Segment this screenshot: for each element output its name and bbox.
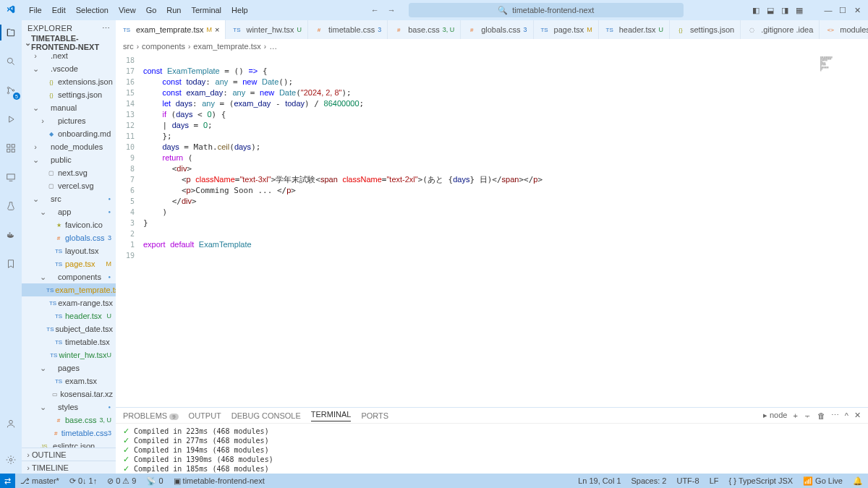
tree-item[interactable]: ⌄manual	[22, 101, 116, 114]
editor-tab[interactable]: #timetable.css3	[308, 20, 388, 39]
eol-status[interactable]: LF	[705, 476, 724, 486]
git-sync[interactable]: ⟳ 0↓ 1↑	[64, 476, 102, 486]
tree-item[interactable]: ◆onboarding.md	[22, 127, 116, 140]
tree-item[interactable]: ★favicon.ico	[22, 218, 116, 231]
tree-item[interactable]: ⌄app●	[22, 205, 116, 218]
menu-edit[interactable]: Edit	[48, 4, 70, 17]
menu-view[interactable]: View	[114, 4, 140, 17]
language-status[interactable]: { } TypeScript JSX	[723, 476, 798, 486]
minimap[interactable]: ███ ██████ ████ ████ █████ ███ █████████…	[817, 53, 868, 407]
timeline-section[interactable]: ›TIMELINE	[22, 461, 116, 474]
layout-left-icon[interactable]: ◧	[751, 5, 761, 15]
window-maximize-icon[interactable]: ☐	[838, 5, 848, 15]
tree-item[interactable]: TSexam_temprate.tsxM	[22, 283, 116, 296]
editor-tab[interactable]: ◌.gitignore .idea	[741, 20, 820, 39]
tree-item[interactable]: ⌄.vscode	[22, 62, 116, 75]
tree-item[interactable]: TStimetable.tsx	[22, 335, 116, 348]
layout-right-icon[interactable]: ◨	[780, 5, 790, 15]
menu-file[interactable]: File	[25, 4, 46, 17]
search-activity-icon[interactable]	[3, 53, 19, 69]
tree-item[interactable]: ⌄src●	[22, 192, 116, 205]
breadcrumb-item[interactable]: src	[123, 42, 134, 51]
tree-item[interactable]: JS.eslintrc.json	[22, 440, 116, 448]
menu-terminal[interactable]: Terminal	[187, 4, 226, 17]
encoding-status[interactable]: UTF-8	[671, 476, 704, 486]
tab-close-icon[interactable]: ×	[215, 25, 219, 34]
panel-tab-ports[interactable]: PORTS	[361, 411, 388, 420]
editor-tab[interactable]: {}settings.json	[670, 20, 741, 39]
remote-icon[interactable]	[3, 169, 19, 185]
go-live[interactable]: 📶 Go Live	[798, 476, 848, 486]
menu-go[interactable]: Go	[142, 4, 161, 17]
panel-close-icon[interactable]: ✕	[854, 411, 861, 420]
editor-tab[interactable]: TSwinter_hw.tsxU	[226, 20, 308, 39]
debug-icon[interactable]	[3, 111, 19, 127]
remote-indicator[interactable]: ⇄	[0, 474, 15, 488]
tree-item[interactable]: TSsubject_date.tsx	[22, 322, 116, 335]
editor-tab[interactable]: #globals.css3	[461, 20, 533, 39]
problems-status[interactable]: ⊘ 0 ⚠ 9	[102, 476, 141, 486]
bookmark-icon[interactable]	[3, 256, 19, 272]
tree-item[interactable]: #base.css3, U	[22, 414, 116, 427]
terminal-new-icon[interactable]: +	[793, 411, 797, 420]
tree-item[interactable]: ›pictures	[22, 114, 116, 127]
outline-section[interactable]: ›OUTLINE	[22, 448, 116, 461]
terminal-trash-icon[interactable]: 🗑	[817, 411, 825, 420]
tree-item[interactable]: ▭kosensai.tar.xz	[22, 388, 116, 401]
tree-item[interactable]: #timetable.css3	[22, 427, 116, 440]
indent-status[interactable]: Spaces: 2	[626, 476, 672, 486]
editor-tab[interactable]: TSpage.tsxM	[534, 20, 599, 39]
ports-status[interactable]: 📡 0	[141, 476, 168, 486]
tree-item[interactable]: TSlayout.tsx	[22, 244, 116, 257]
terminal-split-icon[interactable]: ⫟	[804, 411, 812, 420]
tree-item[interactable]: ▢vercel.svg	[22, 179, 116, 192]
breadcrumb-item[interactable]: exam_temprate.tsx	[193, 42, 261, 51]
account-icon[interactable]	[3, 416, 19, 432]
panel-tab-problems[interactable]: PROBLEMS9	[123, 411, 179, 420]
tree-item[interactable]: TSwinter_hw.tsxU	[22, 348, 116, 361]
tree-item[interactable]: #globals.css3	[22, 231, 116, 244]
menu-run[interactable]: Run	[162, 4, 185, 17]
tree-item[interactable]: ⌄styles●	[22, 401, 116, 414]
tree-item[interactable]: {}extensions.json	[22, 75, 116, 88]
tree-item[interactable]: {}settings.json	[22, 88, 116, 101]
tree-item[interactable]: TSheader.tsxU	[22, 309, 116, 322]
notifications-icon[interactable]: 🔔	[848, 476, 868, 486]
tree-item[interactable]: TSexam-range.tsx	[22, 296, 116, 309]
tree-item[interactable]: ▢next.svg	[22, 166, 116, 179]
layout-bottom-icon[interactable]: ⬓	[765, 5, 775, 15]
docker-icon[interactable]	[3, 227, 19, 243]
panel-maximize-icon[interactable]: ^	[845, 411, 848, 420]
breadcrumb-item[interactable]: …	[269, 42, 277, 51]
tree-item[interactable]: ›node_modules	[22, 140, 116, 153]
panel-tab-terminal[interactable]: TERMINAL	[311, 410, 352, 421]
cursor-position[interactable]: Ln 19, Col 1	[573, 476, 626, 486]
tree-item[interactable]: TSexam.tsx	[22, 374, 116, 388]
window-close-icon[interactable]: ✕	[852, 5, 862, 15]
panel-tab-output[interactable]: OUTPUT	[189, 411, 221, 420]
scm-icon[interactable]: 5	[3, 82, 19, 98]
nav-fwd-icon[interactable]: →	[388, 6, 396, 14]
editor-tab[interactable]: #base.css3, U	[388, 20, 461, 39]
command-center[interactable]: 🔍 timetable-frontend-next	[409, 3, 684, 17]
editor-tab[interactable]: TSexam_temprate.tsxM×	[116, 20, 226, 39]
panel-tab-debug-console[interactable]: DEBUG CONSOLE	[231, 411, 301, 420]
breadcrumb[interactable]: src › components › exam_temprate.tsx › …	[116, 39, 868, 53]
window-minimize-icon[interactable]: —	[823, 5, 833, 15]
project-status[interactable]: ▣ timetable-frontend-next	[169, 476, 270, 486]
editor-tab[interactable]: <>modules.xml	[820, 20, 868, 39]
code-area[interactable]: const ExamTemplate = () => { const today…	[140, 53, 817, 407]
layout-grid-icon[interactable]: ▦	[794, 5, 804, 15]
breadcrumb-item[interactable]: components	[142, 42, 185, 51]
git-branch[interactable]: ⎇ master*	[15, 476, 64, 486]
tree-item[interactable]: ⌄public	[22, 153, 116, 166]
panel-more-icon[interactable]: ⋯	[831, 411, 839, 420]
editor[interactable]: 18171615141312111098765432119 const Exam…	[116, 53, 868, 407]
project-name-row[interactable]: ⌄TIMETABLE-FRONTEND-NEXT	[22, 36, 116, 49]
tree-item[interactable]: ›.next	[22, 49, 116, 62]
terminal-output[interactable]: ✓ Compiled in 223ms (468 modules)✓ Compi…	[116, 424, 868, 474]
extensions-icon[interactable]	[3, 140, 19, 156]
tree-item[interactable]: ⌄components●	[22, 270, 116, 283]
nav-back-icon[interactable]: ←	[371, 6, 379, 14]
testing-icon[interactable]	[3, 198, 19, 214]
